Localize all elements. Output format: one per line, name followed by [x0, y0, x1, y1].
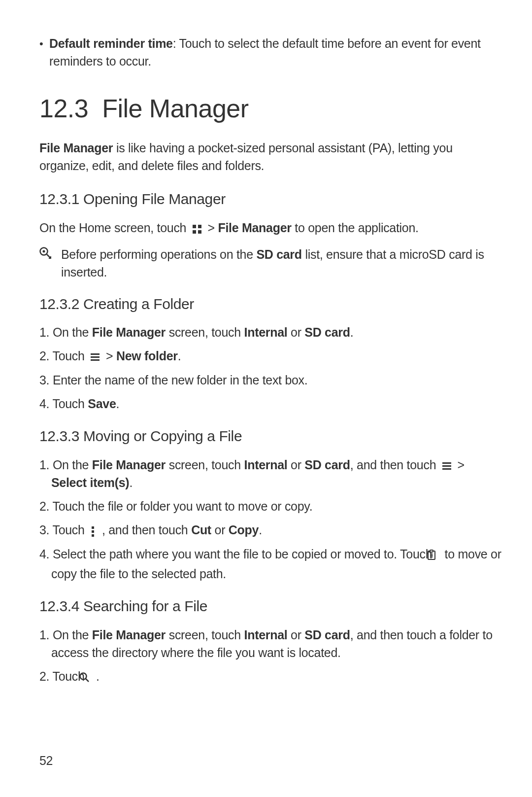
document-page: • Default reminder time: Touch to select… — [0, 0, 532, 797]
step: 1. On the File Manager screen, touch Int… — [39, 456, 502, 492]
page-number: 52 — [39, 752, 53, 769]
apps-grid-icon — [193, 225, 201, 234]
section-title: File Manager — [102, 94, 248, 123]
note-sdcard: Before performing operations on the SD c… — [39, 245, 502, 281]
overflow-dots-icon — [92, 526, 95, 536]
bullet-text: Default reminder time: Touch to select t… — [49, 35, 502, 70]
step: 3. Touch , and then touch Cut or Copy. — [39, 521, 502, 539]
intro-emphasis: File Manager — [39, 141, 113, 155]
svg-line-9 — [86, 679, 89, 682]
svg-line-2 — [47, 254, 51, 258]
steps-creating: 1. On the File Manager screen, touch Int… — [39, 323, 502, 413]
bullet-default-reminder: • Default reminder time: Touch to select… — [39, 35, 502, 70]
note-icon — [39, 245, 61, 261]
steps-moving: 1. On the File Manager screen, touch Int… — [39, 456, 502, 583]
subsection-opening: 12.3.1 Opening File Manager — [39, 188, 502, 210]
subsection-searching: 12.3.4 Searching for a File — [39, 595, 502, 617]
bullet-marker: • — [39, 35, 49, 53]
opening-instruction: On the Home screen, touch > File Manager… — [39, 219, 502, 237]
step: 2. Touch . — [39, 667, 502, 687]
svg-point-8 — [80, 673, 87, 680]
note-text: Before performing operations on the SD c… — [61, 245, 502, 281]
step: 1. On the File Manager screen, touch Int… — [39, 323, 502, 341]
step: 3. Enter the name of the new folder in t… — [39, 371, 502, 389]
step: 4. Touch Save. — [39, 395, 502, 413]
subsection-moving: 12.3.3 Moving or Copying a File — [39, 425, 502, 447]
step: 1. On the File Manager screen, touch Int… — [39, 626, 502, 662]
bullet-label: Default reminder time — [49, 36, 173, 50]
menu-icon — [442, 462, 451, 470]
step: 2. Touch > New folder. — [39, 347, 502, 365]
menu-icon — [91, 353, 100, 361]
step: 4. Select the path where you want the fi… — [39, 545, 502, 583]
svg-rect-4 — [430, 550, 433, 552]
section-heading: 12.3 File Manager — [39, 90, 502, 127]
section-number: 12.3 — [39, 94, 88, 123]
subsection-creating: 12.3.2 Creating a Folder — [39, 293, 502, 315]
step: 2. Touch the file or folder you want to … — [39, 497, 502, 515]
svg-point-1 — [43, 250, 45, 253]
steps-searching: 1. On the File Manager screen, touch Int… — [39, 626, 502, 688]
intro-paragraph: File Manager is like having a pocket-siz… — [39, 139, 502, 175]
